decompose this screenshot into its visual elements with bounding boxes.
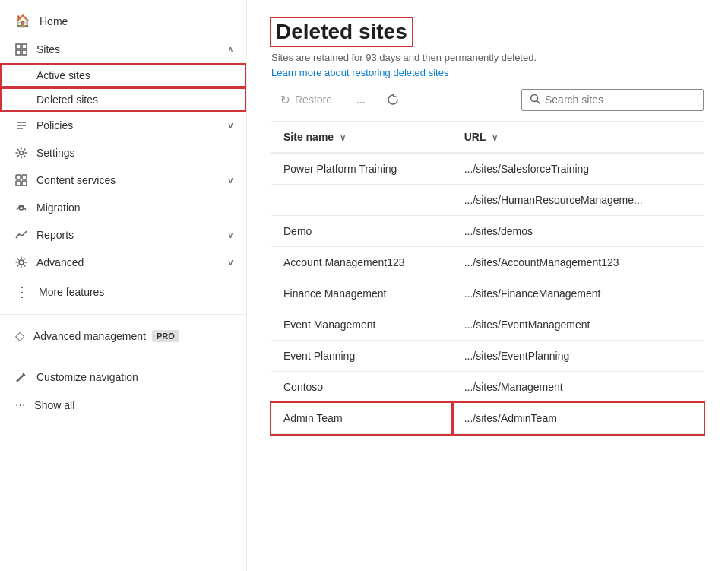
- svg-rect-1: [22, 44, 27, 49]
- col-header-site-name[interactable]: Site name ∨: [271, 122, 452, 153]
- sidebar-item-advanced-label: Advanced: [36, 256, 84, 268]
- sites-table: Site name ∨ URL ∨ Power Platform Trainin…: [271, 122, 704, 434]
- svg-rect-9: [22, 175, 27, 179]
- table-row[interactable]: Admin Team.../sites/AdminTeam: [271, 403, 704, 434]
- svg-rect-10: [16, 181, 21, 186]
- pro-badge: PRO: [152, 330, 179, 342]
- sidebar-item-active-sites[interactable]: Active sites: [0, 63, 246, 87]
- sidebar-divider: [0, 314, 246, 315]
- refresh-icon: [387, 94, 399, 106]
- sidebar-item-sites[interactable]: Sites ∧: [0, 36, 246, 63]
- svg-line-14: [23, 373, 25, 376]
- svg-line-16: [537, 100, 540, 103]
- sidebar-item-more-features-label: More features: [39, 286, 104, 298]
- cell-url: .../sites/EventPlanning: [452, 341, 704, 372]
- policies-icon: [15, 119, 27, 132]
- restore-button[interactable]: ↺ Restore: [271, 88, 341, 112]
- restore-label: Restore: [295, 94, 332, 106]
- sidebar-item-settings[interactable]: Settings: [0, 139, 246, 167]
- svg-rect-8: [16, 175, 21, 179]
- svg-point-7: [20, 151, 24, 155]
- sidebar-item-migration-label: Migration: [36, 201, 81, 214]
- more-options-icon: ...: [356, 94, 366, 106]
- cell-site-name: [271, 185, 452, 216]
- sidebar-item-deleted-sites-label: Deleted sites: [36, 94, 98, 106]
- cell-url: .../sites/HumanResourceManageme...: [452, 185, 704, 216]
- sidebar-item-content-services-label: Content services: [36, 174, 116, 186]
- cell-site-name: Power Platform Training: [271, 153, 452, 185]
- sidebar-item-show-all-label: Show all: [34, 399, 74, 411]
- site-name-sort-icon: ∨: [340, 133, 346, 142]
- sidebar-item-deleted-sites[interactable]: Deleted sites: [0, 87, 246, 112]
- svg-rect-3: [22, 50, 27, 55]
- content-services-icon: [15, 174, 27, 186]
- restore-icon: ↺: [280, 93, 290, 107]
- table-row[interactable]: Account Management123.../sites/AccountMa…: [271, 247, 704, 278]
- cell-site-name: Demo: [271, 216, 452, 247]
- sidebar-item-advanced-management[interactable]: ◇ Advanced management PRO: [0, 321, 246, 351]
- svg-rect-0: [16, 44, 21, 49]
- cell-site-name: Event Management: [271, 309, 452, 341]
- table-row[interactable]: Power Platform Training.../sites/Salesfo…: [271, 153, 704, 185]
- table-row[interactable]: .../sites/HumanResourceManageme...: [271, 185, 704, 216]
- toolbar: ↺ Restore ...: [271, 78, 704, 122]
- sidebar-item-home[interactable]: 🏠 Home: [0, 6, 246, 36]
- learn-more-link[interactable]: Learn more about restoring deleted sites: [271, 67, 448, 78]
- subtitle: Sites are retained for 93 days and then …: [271, 52, 704, 63]
- home-icon: 🏠: [15, 14, 30, 28]
- sidebar-item-show-all[interactable]: ··· Show all: [0, 391, 246, 420]
- cell-url: .../sites/FinanceManagement: [452, 278, 704, 309]
- cell-url: .../sites/demos: [452, 216, 704, 247]
- cell-site-name: Finance Management: [271, 278, 452, 309]
- table-row[interactable]: Contoso.../sites/Management: [271, 372, 704, 403]
- advanced-chevron-icon: ∨: [227, 257, 234, 268]
- table-row[interactable]: Event Planning.../sites/EventPlanning: [271, 341, 704, 372]
- sidebar-item-sites-label: Sites: [36, 43, 60, 56]
- advanced-icon: [15, 256, 27, 268]
- sidebar-item-content-services[interactable]: Content services ∨: [0, 167, 246, 194]
- url-sort-icon: ∨: [492, 133, 498, 142]
- main-content-area: Deleted sites Sites are retained for 93 …: [247, 0, 728, 571]
- table-row[interactable]: Finance Management.../sites/FinanceManag…: [271, 278, 704, 309]
- advanced-management-icon: ◇: [15, 328, 24, 343]
- cell-site-name: Event Planning: [271, 341, 452, 372]
- sites-chevron-icon: ∧: [227, 44, 234, 55]
- sidebar-item-policies[interactable]: Policies ∨: [0, 112, 246, 139]
- sidebar-item-customize-navigation[interactable]: Customize navigation: [0, 363, 246, 391]
- reports-chevron-icon: ∨: [227, 230, 234, 240]
- page-title: Deleted sites: [271, 18, 412, 46]
- sidebar-item-reports-label: Reports: [36, 229, 74, 241]
- table-row[interactable]: Event Management.../sites/EventManagemen…: [271, 309, 704, 341]
- customize-nav-icon: [15, 371, 27, 383]
- sidebar-item-advanced[interactable]: Advanced ∨: [0, 249, 246, 276]
- sites-icon: [15, 43, 27, 56]
- cell-site-name: Contoso: [271, 372, 452, 403]
- more-options-button[interactable]: ...: [347, 89, 375, 110]
- cell-url: .../sites/AccountManagement123: [452, 247, 704, 278]
- sidebar: 🏠 Home Sites ∧ Active sites Deleted site…: [0, 0, 247, 571]
- cell-url: .../sites/SalesforceTraining: [452, 153, 704, 185]
- search-box: [521, 89, 704, 111]
- search-icon: [530, 94, 540, 106]
- col-header-url[interactable]: URL ∨: [452, 122, 704, 153]
- refresh-button[interactable]: [381, 87, 405, 112]
- reports-icon: [15, 229, 27, 241]
- table-row[interactable]: Demo.../sites/demos: [271, 216, 704, 247]
- search-input[interactable]: [545, 94, 695, 106]
- cell-url: .../sites/AdminTeam: [452, 403, 704, 434]
- content-services-chevron-icon: ∨: [227, 175, 234, 186]
- svg-rect-2: [16, 50, 21, 55]
- cell-site-name: Admin Team: [271, 403, 452, 434]
- sidebar-item-migration[interactable]: Migration: [0, 194, 246, 221]
- svg-rect-11: [22, 181, 27, 186]
- sidebar-item-settings-label: Settings: [36, 147, 75, 159]
- sidebar-item-more-features[interactable]: ⋮ More features: [0, 276, 246, 308]
- more-features-icon: ⋮: [15, 284, 30, 300]
- show-all-icon: ···: [15, 398, 25, 412]
- svg-point-13: [19, 260, 24, 265]
- cell-site-name: Account Management123: [271, 247, 452, 278]
- sidebar-item-reports[interactable]: Reports ∨: [0, 221, 246, 249]
- settings-icon: [15, 147, 27, 159]
- sidebar-item-home-label: Home: [40, 15, 68, 27]
- sidebar-divider-2: [0, 357, 246, 357]
